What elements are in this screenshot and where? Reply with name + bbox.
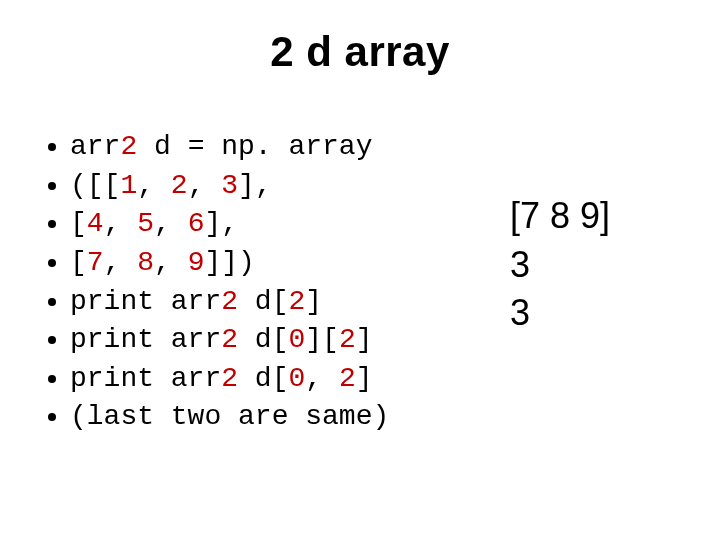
code-token: ]	[356, 363, 373, 394]
code-token: d[	[238, 324, 288, 355]
code-token: 8	[137, 247, 154, 278]
code-line: ([[1, 2, 3],	[70, 167, 500, 206]
code-token: ,	[305, 363, 339, 394]
output-block: [7 8 9] 3 3	[510, 192, 610, 338]
code-token: 2	[221, 286, 238, 317]
code-token: ,	[154, 247, 188, 278]
code-token: 9	[188, 247, 205, 278]
code-token: d = np. array	[137, 131, 372, 162]
code-token: ,	[104, 208, 138, 239]
code-line: [7, 8, 9]])	[70, 244, 500, 283]
code-token: 2	[339, 324, 356, 355]
code-token: 2	[120, 131, 137, 162]
code-token: 5	[137, 208, 154, 239]
output-line: [7 8 9]	[510, 192, 610, 241]
code-token: 0	[288, 324, 305, 355]
code-line: arr2 d = np. array	[70, 128, 500, 167]
code-token: ]	[305, 286, 322, 317]
code-token: ,	[104, 247, 138, 278]
code-token: ],	[204, 208, 238, 239]
code-token: print arr	[70, 363, 221, 394]
code-line: print arr2 d[0][2]	[70, 321, 500, 360]
code-token: 6	[188, 208, 205, 239]
code-token: print arr	[70, 286, 221, 317]
slide-title: 2 d array	[0, 28, 720, 76]
code-token: ]	[356, 324, 373, 355]
code-token: ,	[137, 170, 171, 201]
code-token: d[	[238, 286, 288, 317]
code-line: print arr2 d[2]	[70, 283, 500, 322]
code-line: print arr2 d[0, 2]	[70, 360, 500, 399]
code-token: 2	[221, 363, 238, 394]
code-token: 2	[339, 363, 356, 394]
code-line: [4, 5, 6],	[70, 205, 500, 244]
code-token: ([[	[70, 170, 120, 201]
code-token: [	[70, 247, 87, 278]
code-token: 2	[221, 324, 238, 355]
code-token: ,	[154, 208, 188, 239]
code-token: arr	[70, 131, 120, 162]
code-token: 2	[171, 170, 188, 201]
code-token: ]])	[204, 247, 254, 278]
code-token: 0	[288, 363, 305, 394]
code-token: (last two are same)	[70, 401, 389, 432]
code-token: 7	[87, 247, 104, 278]
code-token: ][	[305, 324, 339, 355]
output-line: 3	[510, 289, 610, 338]
code-token: 4	[87, 208, 104, 239]
code-token: print arr	[70, 324, 221, 355]
code-block: arr2 d = np. array ([[1, 2, 3], [4, 5, 6…	[42, 128, 500, 437]
code-line: (last two are same)	[70, 398, 500, 437]
code-token: 2	[288, 286, 305, 317]
output-line: 3	[510, 241, 610, 290]
code-token: ,	[188, 170, 222, 201]
code-token: ],	[238, 170, 272, 201]
code-token: d[	[238, 363, 288, 394]
code-token: [	[70, 208, 87, 239]
code-token: 3	[221, 170, 238, 201]
code-token: 1	[120, 170, 137, 201]
slide: 2 d array arr2 d = np. array ([[1, 2, 3]…	[0, 0, 720, 540]
